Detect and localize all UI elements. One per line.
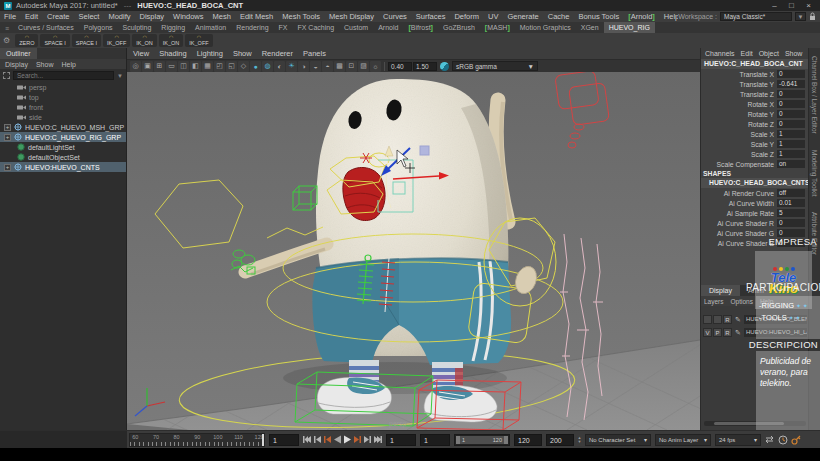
channel-row-scale-z[interactable]: Scale Z1 (701, 149, 808, 159)
exposure-icon[interactable]: ☼ (370, 61, 381, 72)
shelf-button-ik-off-3[interactable]: ◠IK_OFF (103, 34, 130, 47)
shelf-tab-xgen[interactable]: XGen (576, 22, 604, 33)
animation-start-field[interactable]: 1 (386, 434, 416, 446)
viewport-menu-shading[interactable]: Shading (159, 49, 187, 58)
field-chart-icon[interactable]: ▦ (202, 61, 213, 72)
animation-clock-icon[interactable] (776, 435, 789, 445)
viewport-menu-show[interactable]: Show (233, 49, 252, 58)
shelf-tab-custom[interactable]: Custom (339, 22, 373, 33)
channel-value-field[interactable]: 0 (777, 70, 805, 78)
channel-box-menu-channels[interactable]: Channels (705, 50, 735, 57)
anim-layer-dropdown[interactable]: No Anim Layer▾ (655, 434, 711, 446)
time-slider[interactable]: 60708090100110120 (129, 433, 265, 447)
menu-help[interactable]: Help (664, 12, 678, 21)
channel-value-field[interactable]: 0 (777, 219, 805, 227)
go-to-start-button[interactable] (303, 434, 312, 445)
shadows-icon[interactable]: ◑ (298, 61, 309, 72)
channel-row-ai-sample-rate[interactable]: Ai Sample Rate5 (701, 208, 808, 218)
viewport-menu-view[interactable]: View (133, 49, 149, 58)
menu-generate[interactable]: Generate (507, 12, 538, 21)
outliner-filter-icon[interactable] (3, 72, 10, 79)
channel-row-scale-y[interactable]: Scale Y1 (701, 139, 808, 149)
channel-value-field[interactable]: 1 (777, 130, 805, 138)
menu-uv[interactable]: UV (488, 12, 498, 21)
channel-value-field[interactable]: 5 (777, 209, 805, 217)
menu-mesh-tools[interactable]: Mesh Tools (282, 12, 320, 21)
channel-value-field[interactable]: 0 (777, 110, 805, 118)
menu-create[interactable]: Create (47, 12, 70, 21)
outliner-item-front[interactable]: front (0, 102, 126, 112)
shelf-tab-polygons[interactable]: Polygons (79, 22, 118, 33)
viewport-scene[interactable]: persp (127, 72, 700, 430)
channel-row-rotate-y[interactable]: Rotate Y0 (701, 109, 808, 119)
shelf-tab-mash[interactable]: [MASH] (480, 22, 515, 33)
menu-file[interactable]: File (4, 12, 16, 21)
layer-visibility-toggle[interactable]: V (703, 328, 712, 337)
default-material-icon[interactable]: ◐ (274, 61, 285, 72)
textured-icon[interactable]: ◍ (262, 61, 273, 72)
minimize-button[interactable]: – (767, 1, 782, 11)
sidebar-tab-modeling-toolkit[interactable]: Modeling Toolkit (811, 150, 818, 197)
outliner-item-huevo-c-huevo-rig-grp[interactable]: +HUEVO:C_HUEVO_RIG_GRP (0, 132, 126, 142)
outliner-title[interactable]: Outliner (0, 48, 37, 59)
outliner-item-huevo-c-huevo-msh-grp[interactable]: +HUEVO:C_HUEVO_MSH_GRP (0, 122, 126, 132)
shelf-tab-sculpting[interactable]: Sculpting (118, 22, 157, 33)
step-back-frame-button[interactable] (313, 434, 322, 445)
shelf-tab-bifrost[interactable]: [Bifrost] (403, 22, 438, 33)
shelf-tab-huevo-rig[interactable]: HUEVO_RIG (604, 22, 655, 33)
outliner-item-top[interactable]: top (0, 92, 126, 102)
previous-key-button[interactable] (323, 434, 332, 445)
shelf-button-ik-on-5[interactable]: ◠IK_ON (159, 34, 184, 47)
safe-action-icon[interactable]: ◰ (214, 61, 225, 72)
menu-edit-mesh[interactable]: Edit Mesh (240, 12, 273, 21)
workspace-lock-icon[interactable] (809, 12, 816, 21)
range-slider[interactable]: 1 120 (454, 434, 510, 446)
gamma-field[interactable]: 1.50 (413, 62, 437, 71)
go-to-end-button[interactable] (373, 434, 382, 445)
shelf-button-zero-0[interactable]: ◠ZERO (15, 34, 38, 47)
outliner-item-side[interactable]: side (0, 112, 126, 122)
motion-blur-icon[interactable]: ◓ (322, 61, 333, 72)
layer-editor-tab-display[interactable]: Display (701, 285, 740, 296)
channel-value-field[interactable]: on (777, 160, 805, 168)
channel-row-rotate-z[interactable]: Rotate Z0 (701, 119, 808, 129)
channel-box-menu-edit[interactable]: Edit (741, 50, 753, 57)
lights-icon[interactable]: ☀ (286, 61, 297, 72)
outliner-item-huevo-huevo-cnts[interactable]: +HUEVO:HUEVO_CNTS (0, 162, 126, 172)
shelf-tab-rigging[interactable]: Rigging (156, 22, 190, 33)
color-management-icon[interactable] (440, 62, 449, 71)
colorspace-dropdown[interactable]: sRGB gamma▼ (452, 61, 538, 71)
menu-cache[interactable]: Cache (548, 12, 570, 21)
shelf-button-ik-on-4[interactable]: ◠IK_ON (132, 34, 157, 47)
viewport-menu-renderer[interactable]: Renderer (262, 49, 293, 58)
outliner-item-persp[interactable]: persp (0, 82, 126, 92)
loop-playback-icon[interactable] (763, 435, 776, 444)
channel-row-translate-y[interactable]: Translate Y-0.641 (701, 79, 808, 89)
menu-arnold[interactable]: [Arnold] (628, 12, 655, 21)
safe-title-icon[interactable]: ◱ (226, 61, 237, 72)
menu-deform[interactable]: Deform (454, 12, 479, 21)
workspace-dropdown[interactable]: Maya Classic* (720, 12, 792, 21)
menu-mesh[interactable]: Mesh (213, 12, 231, 21)
channel-box-object-name[interactable]: HUEVO:C_HEAD_BOCA_CNT (701, 59, 808, 69)
shape-node-name[interactable]: HUEVO:C_HEAD_BOCA_CNTShape (701, 178, 808, 188)
sidebar-tab-channel-box-layer-editor[interactable]: Channel Box / Layer Editor (811, 56, 818, 134)
menu-windows[interactable]: Windows (173, 12, 203, 21)
play-backwards-button[interactable] (333, 434, 342, 445)
character-set-dropdown[interactable]: No Character Set▾ (585, 434, 651, 446)
menu-surfaces[interactable]: Surfaces (416, 12, 446, 21)
exposure-field[interactable]: 0.40 (388, 62, 412, 71)
menu-select[interactable]: Select (79, 12, 100, 21)
channel-box-menu-show[interactable]: Show (785, 50, 803, 57)
viewport-menu-panels[interactable]: Panels (303, 49, 326, 58)
film-gate-icon[interactable]: ▭ (166, 61, 177, 72)
shelf-gear-icon[interactable]: ⚙ (3, 36, 10, 45)
next-key-button[interactable] (353, 434, 362, 445)
outliner-item-defaultobjectset[interactable]: defaultObjectSet (0, 152, 126, 162)
channel-row-ai-curve-width[interactable]: Ai Curve Width0.01 (701, 198, 808, 208)
ambient-occlusion-icon[interactable]: ◒ (310, 61, 321, 72)
lock-camera-icon[interactable]: ▣ (142, 61, 153, 72)
close-button[interactable]: × (801, 1, 816, 11)
select-camera-icon[interactable]: ◎ (130, 61, 141, 72)
shelf-menu-icon[interactable]: ≡ (5, 25, 9, 32)
